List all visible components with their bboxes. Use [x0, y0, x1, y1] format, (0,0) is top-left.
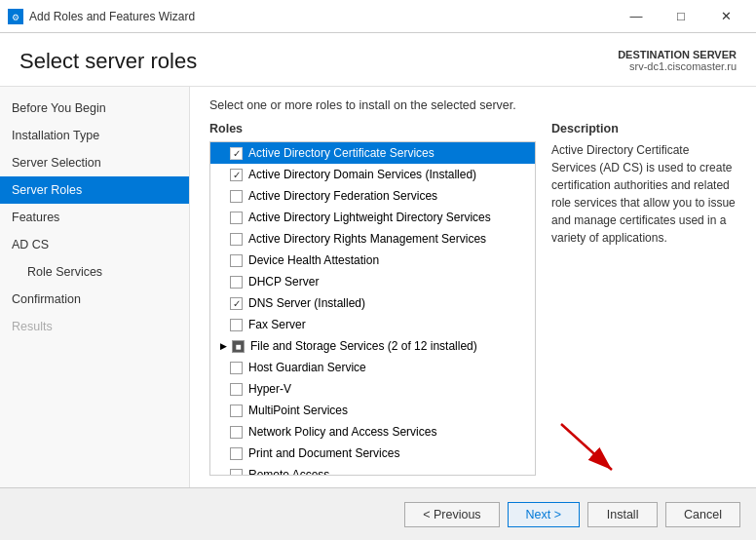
- sidebar-item-features[interactable]: Features: [0, 204, 189, 231]
- role-label: Fax Server: [248, 318, 306, 331]
- role-checkbox[interactable]: [230, 469, 243, 477]
- install-button[interactable]: Install: [587, 502, 658, 527]
- roles-list: ✓Active Directory Certificate Services✓A…: [210, 142, 535, 476]
- role-checkbox[interactable]: [230, 212, 243, 224]
- title-bar: ⚙ Add Roles and Features Wizard — □ ✕: [0, 0, 756, 33]
- role-checkbox[interactable]: ■: [232, 340, 245, 353]
- role-label: Active Directory Domain Services (Instal…: [248, 168, 476, 181]
- server-name: srv-dc1.ciscomaster.ru: [618, 60, 737, 72]
- cancel-button[interactable]: Cancel: [665, 502, 740, 527]
- roles-label: Roles: [209, 122, 536, 135]
- role-item[interactable]: Print and Document Services: [210, 443, 535, 464]
- role-label: Network Policy and Access Services: [248, 425, 436, 439]
- sidebar-item-server-roles[interactable]: Server Roles: [0, 176, 189, 204]
- sidebar-item-confirmation[interactable]: Confirmation: [0, 286, 189, 313]
- close-button[interactable]: ✕: [703, 0, 748, 33]
- title-bar-icon: ⚙: [8, 9, 23, 24]
- role-item[interactable]: ✓DNS Server (Installed): [210, 292, 535, 314]
- page-title: Select server roles: [19, 49, 197, 74]
- role-label: Active Directory Lightweight Directory S…: [248, 211, 491, 224]
- instruction-text: Select one or more roles to install on t…: [209, 98, 737, 112]
- role-label: Print and Document Services: [248, 446, 399, 460]
- role-item[interactable]: Device Health Attestation: [210, 250, 535, 271]
- role-label: DNS Server (Installed): [248, 296, 365, 310]
- role-item[interactable]: ✓Active Directory Certificate Services: [210, 142, 535, 164]
- sidebar: Before You BeginInstallation TypeServer …: [0, 87, 190, 487]
- role-checkbox[interactable]: ✓: [230, 169, 243, 181]
- main-content: Select one or more roles to install on t…: [190, 87, 756, 487]
- role-checkbox[interactable]: [230, 362, 243, 374]
- role-item[interactable]: ▶■File and Storage Services (2 of 12 ins…: [210, 335, 535, 357]
- role-item[interactable]: DHCP Server: [210, 271, 535, 292]
- title-bar-text: Add Roles and Features Wizard: [29, 10, 614, 23]
- role-checkbox[interactable]: [230, 190, 243, 203]
- role-label: Active Directory Federation Services: [248, 189, 437, 203]
- role-checkbox[interactable]: ✓: [230, 147, 243, 160]
- role-label: Hyper-V: [248, 382, 291, 396]
- role-checkbox[interactable]: [230, 233, 243, 246]
- role-item[interactable]: Hyper-V: [210, 378, 535, 400]
- role-item[interactable]: Host Guardian Service: [210, 357, 535, 378]
- role-item[interactable]: Active Directory Federation Services: [210, 185, 535, 207]
- sidebar-item-installation-type[interactable]: Installation Type: [0, 122, 189, 149]
- role-checkbox[interactable]: [230, 405, 243, 417]
- expand-arrow-icon: ▶: [216, 339, 230, 353]
- role-item[interactable]: Remote Access: [210, 464, 535, 476]
- maximize-button[interactable]: □: [659, 0, 703, 33]
- footer: < Previous Next > Install Cancel: [0, 487, 756, 540]
- role-label: DHCP Server: [248, 275, 319, 289]
- role-checkbox[interactable]: [230, 276, 243, 289]
- role-label: Host Guardian Service: [248, 361, 366, 374]
- role-item[interactable]: Active Directory Lightweight Directory S…: [210, 207, 535, 228]
- roles-description-area: Roles ✓Active Directory Certificate Serv…: [209, 122, 737, 476]
- role-label: Active Directory Rights Management Servi…: [248, 232, 486, 246]
- role-item[interactable]: ✓Active Directory Domain Services (Insta…: [210, 164, 535, 185]
- roles-list-container[interactable]: ✓Active Directory Certificate Services✓A…: [209, 141, 536, 476]
- sidebar-item-role-services[interactable]: Role Services: [0, 258, 189, 286]
- role-checkbox[interactable]: [230, 319, 243, 331]
- header-section: Select server roles DESTINATION SERVER s…: [0, 33, 756, 87]
- role-label: MultiPoint Services: [248, 404, 348, 417]
- sidebar-item-before-you-begin[interactable]: Before You Begin: [0, 95, 189, 122]
- role-item[interactable]: MultiPoint Services: [210, 400, 535, 421]
- role-item[interactable]: Active Directory Rights Management Servi…: [210, 228, 535, 250]
- sidebar-item-server-selection[interactable]: Server Selection: [0, 149, 189, 176]
- role-checkbox[interactable]: [230, 383, 243, 396]
- description-section: Description Active Directory Certificate…: [551, 122, 737, 476]
- sidebar-item-ad-cs[interactable]: AD CS: [0, 231, 189, 258]
- roles-section: Roles ✓Active Directory Certificate Serv…: [209, 122, 536, 476]
- role-item[interactable]: Network Policy and Access Services: [210, 421, 535, 443]
- description-label: Description: [551, 122, 737, 135]
- description-text: Active Directory Certificate Services (A…: [551, 141, 737, 247]
- destination-server-info: DESTINATION SERVER srv-dc1.ciscomaster.r…: [618, 49, 737, 72]
- destination-label: DESTINATION SERVER: [618, 49, 737, 60]
- role-label: Device Health Attestation: [248, 253, 379, 267]
- previous-button[interactable]: < Previous: [404, 502, 499, 527]
- role-checkbox[interactable]: [230, 426, 243, 439]
- role-label: File and Storage Services (2 of 12 insta…: [250, 339, 477, 353]
- role-checkbox[interactable]: [230, 254, 243, 267]
- role-item[interactable]: Fax Server: [210, 314, 535, 335]
- next-button[interactable]: Next >: [508, 502, 580, 527]
- svg-text:⚙: ⚙: [12, 13, 19, 22]
- minimize-button[interactable]: —: [614, 0, 659, 33]
- role-label: Remote Access: [248, 468, 329, 476]
- title-bar-controls: — □ ✕: [614, 0, 748, 33]
- content-area: Before You BeginInstallation TypeServer …: [0, 87, 756, 487]
- sidebar-item-results: Results: [0, 313, 189, 340]
- role-label: Active Directory Certificate Services: [248, 146, 435, 160]
- wizard-container: Select server roles DESTINATION SERVER s…: [0, 33, 756, 540]
- role-checkbox[interactable]: ✓: [230, 297, 243, 310]
- role-checkbox[interactable]: [230, 447, 243, 460]
